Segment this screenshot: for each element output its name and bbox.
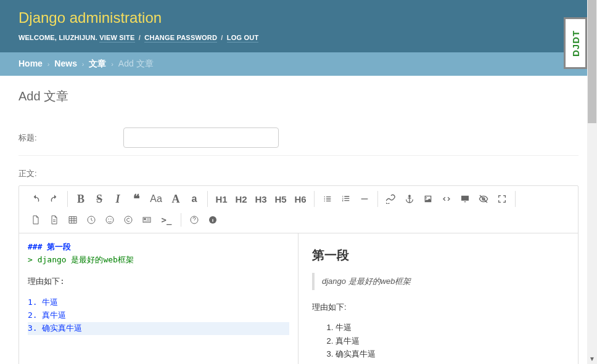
title-input[interactable] xyxy=(123,127,279,148)
h2-button[interactable]: H2 xyxy=(231,191,251,207)
breadcrumb-app[interactable]: News xyxy=(54,59,77,68)
svg-point-4 xyxy=(125,216,132,224)
view-site-link[interactable]: VIEW SITE xyxy=(99,34,134,42)
italic-icon[interactable]: I xyxy=(109,191,127,207)
strikethrough-icon[interactable]: S xyxy=(90,191,109,207)
markdown-editor: B S I ❝ Aa A a H1 H2 H3 H5 H6 xyxy=(19,185,578,364)
h6-button[interactable]: H6 xyxy=(290,191,310,207)
username: LIUZHIJUN xyxy=(59,34,95,41)
scrollbar-thumb[interactable] xyxy=(588,0,596,123)
svg-rect-6 xyxy=(144,218,146,220)
src-text: 理由如下: xyxy=(28,275,289,288)
breadcrumb-home[interactable]: Home xyxy=(19,59,43,68)
breadcrumb-current: Add 文章 xyxy=(118,59,154,68)
preview-quote: django 是最好的web框架 xyxy=(312,273,564,290)
preview-list-item: 牛逼 xyxy=(336,322,564,334)
change-password-link[interactable]: CHANGE PASSWORD xyxy=(144,34,217,42)
eye-off-icon[interactable] xyxy=(474,191,493,207)
redo-icon[interactable] xyxy=(45,191,64,207)
emoji-icon[interactable] xyxy=(101,212,119,228)
title-row: 标题: xyxy=(19,120,578,156)
page-title: Add 文章 xyxy=(19,88,578,105)
h3-button[interactable]: H3 xyxy=(251,191,271,207)
help-icon[interactable] xyxy=(185,212,204,228)
info-icon[interactable] xyxy=(204,212,222,228)
src-quote: > django 是最好的web框架 xyxy=(28,254,289,267)
ul-icon[interactable] xyxy=(318,191,337,207)
copyright-icon[interactable] xyxy=(119,212,138,228)
code-icon[interactable] xyxy=(437,191,456,207)
image-icon[interactable] xyxy=(419,191,437,207)
preview-list: 牛逼 真牛逼 确实真牛逼 xyxy=(336,322,564,360)
django-debug-toolbar-handle[interactable]: DJDT xyxy=(564,17,587,69)
file-icon[interactable] xyxy=(27,212,45,228)
src-list-item: 2. 真牛逼 xyxy=(28,309,289,322)
svg-point-2 xyxy=(108,219,109,219)
file2-icon[interactable] xyxy=(45,212,64,228)
quote-icon[interactable]: ❝ xyxy=(127,191,146,207)
breadcrumb-model[interactable]: 文章 xyxy=(89,59,106,68)
editor-source-pane[interactable]: ### 第一段 > django 是最好的web框架 理由如下: 1. 牛逼 2… xyxy=(19,233,298,364)
preview-heading: 第一段 xyxy=(312,246,564,264)
lowercase-icon[interactable]: a xyxy=(185,191,204,207)
svg-point-1 xyxy=(106,216,113,224)
link-icon[interactable] xyxy=(382,191,400,207)
clock-icon[interactable] xyxy=(82,212,101,228)
logout-link[interactable]: LOG OUT xyxy=(227,34,259,42)
body-label: 正文: xyxy=(19,168,123,179)
scroll-down-arrow[interactable]: ▼ xyxy=(589,355,595,362)
breadcrumb: Home › News › 文章 › Add 文章 xyxy=(0,52,597,76)
preview-text: 理由如下: xyxy=(312,301,564,313)
h5-button[interactable]: H5 xyxy=(271,191,290,207)
admin-header: Django administration WELCOME, LIUZHIJUN… xyxy=(0,0,597,52)
site-branding: Django administration xyxy=(19,9,578,26)
editor-preview-pane: 第一段 django 是最好的web框架 理由如下: 牛逼 真牛逼 确实真牛逼 xyxy=(298,233,578,364)
h1-button[interactable]: H1 xyxy=(212,191,231,207)
bold-icon[interactable]: B xyxy=(72,191,90,207)
user-links: WELCOME, LIUZHIJUN. VIEW SITE / CHANGE P… xyxy=(19,34,578,41)
src-list: 1. 牛逼 2. 真牛逼 3. 确实真牛逼 xyxy=(28,296,289,334)
preview-list-item: 确实真牛逼 xyxy=(336,348,564,360)
undo-icon[interactable] xyxy=(27,191,45,207)
monitor-icon[interactable] xyxy=(456,191,474,207)
preview-list-item: 真牛逼 xyxy=(336,335,564,347)
anchor-icon[interactable] xyxy=(400,191,419,207)
fullscreen-icon[interactable] xyxy=(493,191,511,207)
svg-point-3 xyxy=(110,219,111,219)
terminal-icon[interactable]: >_ xyxy=(156,212,177,228)
ol-icon[interactable] xyxy=(337,191,355,207)
title-label: 标题: xyxy=(19,132,123,144)
vertical-scrollbar[interactable]: ▲ ▼ xyxy=(587,0,597,364)
src-list-item: 3. 确实真牛逼 xyxy=(28,322,289,335)
hr-icon[interactable] xyxy=(355,191,374,207)
card-icon[interactable] xyxy=(138,212,156,228)
src-list-item: 1. 牛逼 xyxy=(28,296,289,309)
welcome-text: WELCOME, xyxy=(19,34,57,41)
src-heading: ### 第一段 xyxy=(28,241,289,254)
case-icon[interactable]: Aa xyxy=(146,191,167,207)
uppercase-icon[interactable]: A xyxy=(167,191,185,207)
body-row: 正文: B S I ❝ Aa A a xyxy=(19,156,578,364)
editor-toolbar: B S I ❝ Aa A a H1 H2 H3 H5 H6 xyxy=(19,186,578,233)
table-icon[interactable] xyxy=(64,212,82,228)
